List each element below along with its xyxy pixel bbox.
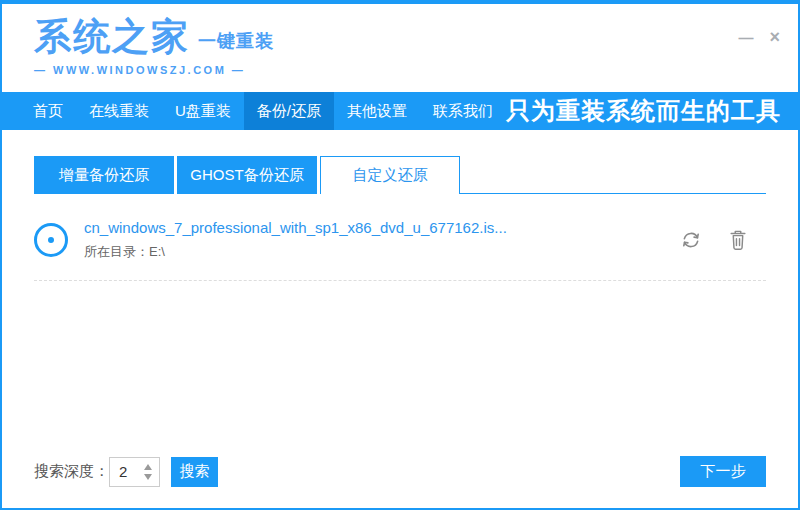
content-area: 增量备份还原 GHOST备份还原 自定义还原 cn_windows_7_prof… — [2, 130, 798, 508]
disc-icon-center — [48, 237, 54, 243]
nav-item-online-reinstall[interactable]: 在线重装 — [76, 92, 162, 130]
website-url: — WWW.WINDOWSZJ.COM — — [34, 64, 798, 76]
search-depth-input[interactable]: 2 — [109, 457, 160, 487]
footer-bar: 搜索深度： 2 搜索 下一步 — [34, 456, 766, 487]
spinner-down-icon[interactable] — [144, 474, 152, 480]
nav-slogan: 只为重装系统而生的工具 — [506, 95, 800, 127]
nav-item-contact-us[interactable]: 联系我们 — [420, 92, 506, 130]
file-name[interactable]: cn_windows_7_professional_with_sp1_x86_d… — [84, 219, 507, 236]
tab-incremental-backup-restore[interactable]: 增量备份还原 — [34, 156, 174, 194]
titlebar: 系统之家 一键重装 — WWW.WINDOWSZJ.COM — — × — [2, 4, 798, 92]
nav-item-home[interactable]: 首页 — [20, 92, 76, 130]
window-controls: — × — [738, 28, 780, 46]
file-info: cn_windows_7_professional_with_sp1_x86_d… — [84, 219, 507, 261]
spinner-up-icon[interactable] — [144, 464, 152, 470]
minimize-icon[interactable]: — — [738, 30, 753, 45]
refresh-icon[interactable] — [680, 229, 702, 251]
nav-item-usb-reinstall[interactable]: U盘重装 — [162, 92, 244, 130]
app-window: 系统之家 一键重装 — WWW.WINDOWSZJ.COM — — × 首页 在… — [0, 0, 800, 510]
app-logo: 系统之家 — [34, 18, 190, 55]
close-icon[interactable]: × — [769, 28, 780, 46]
nav-item-backup-restore[interactable]: 备份/还原 — [244, 92, 334, 130]
brand: 系统之家 一键重装 — WWW.WINDOWSZJ.COM — — [34, 18, 798, 76]
search-depth-spinner — [144, 464, 159, 480]
next-button[interactable]: 下一步 — [680, 456, 766, 487]
tab-bar: 增量备份还原 GHOST备份还原 自定义还原 — [34, 156, 766, 194]
search-button[interactable]: 搜索 — [171, 457, 218, 487]
brand-row: 系统之家 一键重装 — [34, 18, 798, 55]
app-logo-subtitle: 一键重装 — [198, 29, 274, 53]
file-path: 所在目录：E:\ — [84, 243, 507, 261]
tab-underline — [460, 156, 766, 194]
disc-icon — [34, 223, 68, 257]
empty-area — [2, 281, 798, 456]
trash-icon[interactable] — [728, 229, 748, 251]
file-list-item[interactable]: cn_windows_7_professional_with_sp1_x86_d… — [34, 194, 766, 281]
search-depth-label: 搜索深度： — [34, 462, 109, 481]
tab-custom-restore[interactable]: 自定义还原 — [320, 156, 460, 194]
main-nav: 首页 在线重装 U盘重装 备份/还原 其他设置 联系我们 只为重装系统而生的工具 — [2, 92, 798, 130]
tab-ghost-backup-restore[interactable]: GHOST备份还原 — [177, 156, 317, 194]
file-actions — [680, 229, 766, 251]
nav-item-other-settings[interactable]: 其他设置 — [334, 92, 420, 130]
search-depth-value[interactable]: 2 — [110, 463, 144, 480]
